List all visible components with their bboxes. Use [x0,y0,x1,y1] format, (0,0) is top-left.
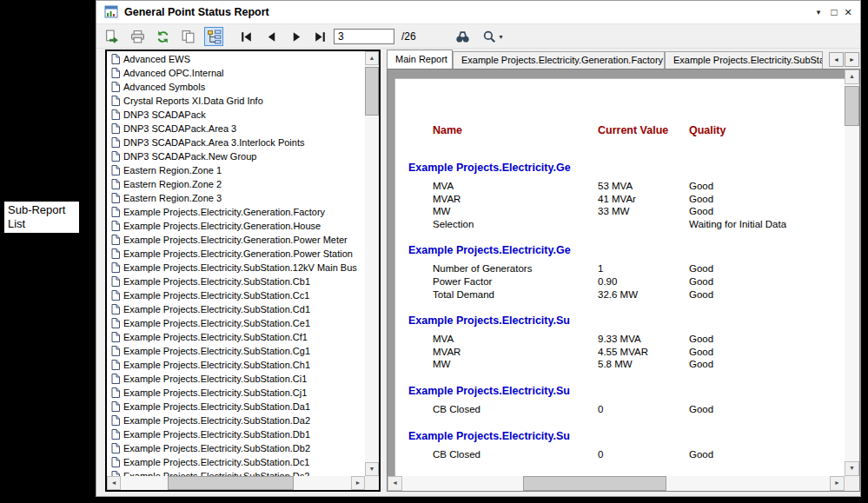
subreport-tree-item-label: Example Projects.Electricity.SubStation.… [123,318,310,328]
report-horizontal-scrollbar[interactable]: ◄ ► [388,476,845,491]
tab-subreport-2[interactable]: Example Projects.Electricity.SubStati [665,51,823,69]
point-quality: Good [689,194,713,204]
zoom-button[interactable]: ▾ [479,27,507,46]
page-number-input[interactable] [334,29,394,44]
point-quality: Good [689,359,713,369]
document-icon [111,360,120,370]
print-report-button[interactable] [128,27,147,46]
document-icon [111,221,120,231]
tab-scroll-right-button[interactable]: ► [845,52,859,67]
point-name: Power Factor [433,276,492,287]
subreport-tree-item[interactable]: Example Projects.Electricity.Generation.… [107,205,365,219]
subreport-tree-item[interactable]: Eastern Region.Zone 1 [107,163,365,177]
page-total-label: /26 [401,30,416,43]
scroll-right-button[interactable]: ► [830,476,845,491]
subreport-tree-item[interactable]: Eastern Region.Zone 2 [107,177,365,191]
tab-main-report[interactable]: Main Report [387,50,453,69]
go-to-last-page-button[interactable] [310,27,329,46]
subreport-tree-item[interactable]: DNP3 SCADAPack [107,108,365,122]
section-heading: Example Projects.Electricity.Su [408,314,570,327]
subreport-tree-item[interactable]: DNP3 SCADAPack.New Group [107,149,365,163]
scrollbar-thumb[interactable] [523,476,666,491]
go-to-previous-page-button[interactable] [262,27,281,46]
find-text-button[interactable] [453,27,472,46]
tree-horizontal-scrollbar[interactable]: ◄ ► [107,476,365,490]
subreport-tree-item[interactable]: Example Projects.Electricity.SubStation.… [107,372,365,386]
subreport-tree-item[interactable]: Example Projects.Electricity.Generation.… [107,233,365,247]
subreport-tree-item[interactable]: Example Projects.Electricity.SubStation.… [107,302,365,316]
point-value: 1 [598,263,603,274]
subreport-tree-item[interactable]: Example Projects.Electricity.SubStation.… [107,316,365,330]
tree-vertical-scrollbar[interactable]: ▲ ▼ [365,51,379,476]
point-name: Number of Generators [433,263,532,274]
subreport-tree-item[interactable]: Eastern Region.Zone 3 [107,191,365,205]
tab-subreport-1[interactable]: Example Projects.Electricity.Generation.… [453,51,665,69]
close-button[interactable]: ✕ [841,1,855,24]
subreport-tree-item[interactable]: Example Projects.Electricity.Generation.… [107,247,365,261]
scrollbar-thumb[interactable] [845,86,859,126]
point-quality: Good [689,334,713,344]
report-vertical-scrollbar[interactable]: ▲ ▼ [845,69,859,476]
scrollbar-thumb[interactable] [168,476,294,490]
report-row: CB Closed0Good [395,404,860,417]
export-report-button[interactable] [102,27,121,46]
subreport-tree-item-label: Example Projects.Electricity.SubStation.… [123,346,310,356]
nav-prev-icon [264,30,279,44]
scroll-left-button[interactable]: ◄ [388,476,402,491]
subreport-tree-item-label: DNP3 SCADAPack [123,109,206,120]
scroll-up-button[interactable]: ▲ [365,51,379,65]
column-header-value: Current Value [598,124,668,136]
scroll-down-button[interactable]: ▼ [365,462,379,476]
scroll-right-button[interactable]: ► [351,476,365,490]
point-value: 0 [598,449,603,460]
subreport-tree-item[interactable]: Example Projects.Electricity.Generation.… [107,219,365,233]
subreport-tree-item[interactable]: Example Projects.Electricity.SubStation.… [107,400,365,414]
scrollbar-thumb[interactable] [365,67,379,116]
subreport-tree-item[interactable]: Example Projects.Electricity.SubStation.… [107,261,365,275]
nav-last-icon [313,30,328,44]
refresh-report-button[interactable] [153,27,172,46]
subreport-tree-item[interactable]: Crystal Reports XI.Data Grid Info [107,94,365,108]
scrollbar-corner [365,476,379,490]
subreport-tree-item[interactable]: DNP3 SCADAPack.Area 3 [107,122,365,136]
subreport-tree-item[interactable]: Example Projects.Electricity.SubStation.… [107,275,365,288]
subreport-tree-item[interactable]: Example Projects.Electricity.SubStation.… [107,288,365,302]
report-row: Total Demand32.6 MWGood [395,289,860,302]
scroll-up-button[interactable]: ▲ [845,69,859,84]
subreport-tree-item[interactable]: Example Projects.Electricity.SubStation.… [107,344,365,358]
subreport-tree-item[interactable]: Example Projects.Electricity.SubStation.… [107,414,365,427]
report-row: SelectionWaiting for Initial Data [395,219,860,232]
zoom-dropdown-caret[interactable]: ▾ [499,33,502,41]
subreport-tree-item[interactable]: Advanced OPC.Internal [107,66,365,80]
toggle-group-tree-button[interactable] [204,27,223,46]
copy-button[interactable] [178,27,197,46]
subreport-tree-item[interactable]: Example Projects.Electricity.SubStation.… [107,358,365,372]
subreport-tree-item[interactable]: Example Projects.Electricity.SubStation.… [107,330,365,344]
subreport-tree-item[interactable]: Example Projects.Electricity.SubStation.… [107,386,365,400]
scroll-down-button[interactable]: ▼ [845,461,859,476]
point-value: 9.33 MVA [598,334,641,344]
binoculars-icon [455,30,470,44]
document-icon [111,387,120,398]
subreport-tree-item-label: DNP3 SCADAPack.Area 3 [123,123,236,134]
subreport-tree-item[interactable]: Example Projects.Electricity.SubStation.… [107,455,365,469]
point-name: MVAR [433,347,461,357]
subreport-tree-item[interactable]: DNP3 SCADAPack.Area 3.Interlock Points [107,136,365,149]
report-page: Name Current Value Quality Example Proje… [394,78,860,492]
print-icon [130,30,145,44]
callout-sub-report-list: Sub-Report List [4,202,79,233]
subreport-tree-item[interactable]: Example Projects.Electricity.SubStation.… [107,469,365,476]
maximize-button[interactable]: □ [827,1,841,24]
subreport-tree-item[interactable]: Advanced EWS [107,52,365,66]
section-heading: Example Projects.Electricity.Ge [408,244,571,256]
go-to-first-page-button[interactable] [236,27,255,46]
subreport-tree-item[interactable]: Example Projects.Electricity.SubStation.… [107,441,365,455]
go-to-next-page-button[interactable] [287,27,306,46]
subreport-tree-item[interactable]: Advanced Symbols [107,80,365,94]
tab-scroll-left-button[interactable]: ◄ [829,52,844,67]
subreport-tree-item-label: Eastern Region.Zone 3 [123,193,222,203]
scroll-left-button[interactable]: ◄ [107,476,121,490]
subreport-tree-item[interactable]: Example Projects.Electricity.SubStation.… [107,427,365,441]
window-menu-button[interactable]: ▾ [812,1,825,24]
subreport-tree-item-label: Advanced Symbols [123,82,205,92]
